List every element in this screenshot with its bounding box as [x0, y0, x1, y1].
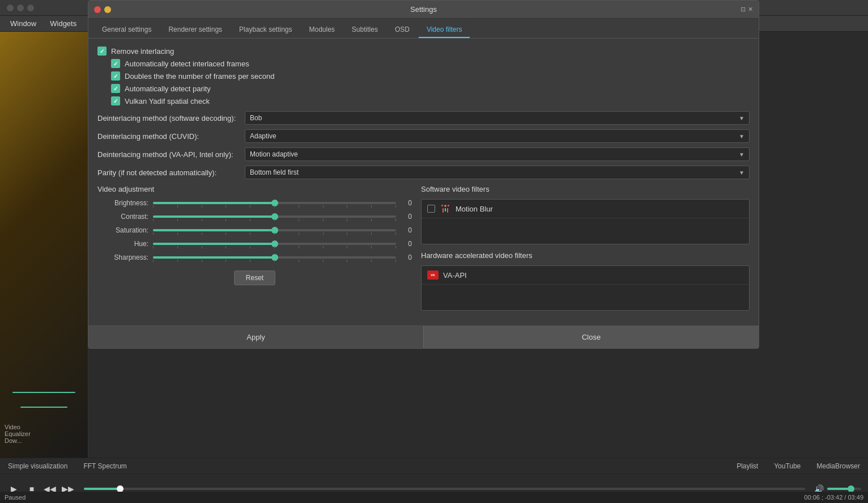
- tab-renderer[interactable]: Renderer settings: [160, 22, 230, 38]
- dialog-close-x-icon[interactable]: ✕: [748, 6, 753, 13]
- motion-blur-checkbox[interactable]: [427, 205, 435, 213]
- saturation-row: Saturation: 0: [97, 226, 412, 234]
- vaapi-label: VA-API: [443, 271, 467, 280]
- progress-thumb: [117, 485, 124, 492]
- hue-label: Hue:: [97, 240, 148, 248]
- remove-interlacing-row: ✓ Remove interlacing: [97, 47, 750, 56]
- motion-blur-item: Motion Blur: [422, 200, 749, 218]
- tab-fft-spectrum[interactable]: FFT Spectrum: [75, 460, 134, 472]
- parity-value: Bottom field first: [250, 168, 299, 176]
- deinterlacing-vaapi-label: Deinterlacing method (VA-API, Intel only…: [97, 150, 245, 159]
- auto-detect-interlaced-row: ✓ Automatically detect interlaced frames: [111, 59, 750, 68]
- saturation-value: 0: [401, 226, 412, 234]
- tab-mediabrowser[interactable]: MediaBrowser: [809, 460, 868, 472]
- brightness-value: 0: [401, 199, 412, 207]
- maximize-window-icon[interactable]: [27, 5, 34, 11]
- vaapi-icon: VA: [427, 270, 439, 280]
- chevron-down-icon: ▼: [739, 133, 744, 140]
- chevron-down-icon: ▼: [739, 151, 744, 158]
- auto-detect-parity-checkbox[interactable]: ✓: [111, 84, 120, 93]
- progress-fill: [84, 488, 120, 490]
- dialog-resize-icon[interactable]: ⊡: [741, 6, 746, 13]
- dialog-minimize-icon[interactable]: [104, 6, 111, 13]
- hue-slider[interactable]: [153, 243, 396, 245]
- software-filters-box: Motion Blur: [421, 199, 750, 244]
- deinterlacing-cuvid-select[interactable]: Adaptive ▼: [245, 129, 750, 143]
- parity-row: Parity (if not detected automatically): …: [97, 166, 750, 179]
- tab-simple-visualization[interactable]: Simple visualization: [0, 460, 75, 472]
- filters-column: Software video filters: [421, 185, 750, 318]
- remove-interlacing-label: Remove interlacing: [111, 47, 174, 56]
- deinterlacing-cuvid-label: Deinterlacing method (CUVID):: [97, 132, 245, 141]
- dialog-close-icon[interactable]: [94, 6, 101, 13]
- deinterlacing-software-select[interactable]: Bob ▼: [245, 111, 750, 125]
- dialog-title-bar: Settings ⊡ ✕: [88, 1, 759, 19]
- auto-detect-interlaced-checkbox[interactable]: ✓: [111, 59, 120, 68]
- time-remaining: -03:42: [825, 494, 843, 501]
- settings-tabs: General settings Renderer settings Playb…: [88, 19, 759, 39]
- video-adjustment-column: Video adjustment Brightness:: [97, 185, 412, 318]
- doubles-frames-checkbox[interactable]: ✓: [111, 71, 120, 81]
- contrast-slider[interactable]: [153, 215, 396, 218]
- progress-bar[interactable]: [84, 488, 805, 490]
- video-adjustment-heading: Video adjustment: [97, 185, 412, 193]
- remove-interlacing-checkbox[interactable]: ✓: [97, 47, 107, 56]
- deinterlacing-software-label: Deinterlacing method (software decoding)…: [97, 114, 245, 122]
- contrast-label: Contrast:: [97, 213, 148, 221]
- bottom-tabs: Simple visualization FFT Spectrum Playli…: [0, 458, 868, 474]
- menu-window[interactable]: Window: [5, 17, 42, 30]
- deinterlacing-software-value: Bob: [250, 114, 262, 122]
- saturation-slider[interactable]: [153, 229, 396, 231]
- minimize-window-icon[interactable]: [17, 5, 24, 11]
- apply-button[interactable]: Apply: [88, 326, 424, 348]
- hardware-filters-box: VA VA-API: [421, 265, 750, 311]
- auto-detect-parity-row: ✓ Automatically detect parity: [111, 84, 750, 93]
- doubles-frames-row: ✓ Doubles the the number of frames per s…: [111, 71, 750, 81]
- tab-subtitles[interactable]: Subtitles: [344, 22, 386, 38]
- chevron-down-icon: ▼: [739, 170, 744, 176]
- volume-thumb: [848, 485, 854, 492]
- two-column-section: Video adjustment Brightness:: [97, 185, 750, 318]
- tab-youtube[interactable]: YouTube: [766, 460, 809, 472]
- brightness-row: Brightness: 0: [97, 199, 412, 207]
- reset-button[interactable]: Reset: [234, 270, 275, 285]
- status-bar: Paused 00:06 ; -03:42 / 03:49: [0, 492, 868, 503]
- deinterlacing-vaapi-select[interactable]: Motion adaptive ▼: [245, 147, 750, 161]
- traffic-lights: [7, 5, 34, 11]
- tab-videofilters[interactable]: Video filters: [419, 22, 470, 38]
- sharpness-slider[interactable]: [153, 256, 396, 259]
- status-text: Paused: [5, 494, 25, 501]
- sharpness-row: Sharpness: 0: [97, 253, 412, 261]
- saturation-label: Saturation:: [97, 226, 148, 234]
- sharpness-label: Sharpness:: [97, 253, 148, 261]
- vulkan-yadif-checkbox[interactable]: ✓: [111, 96, 120, 105]
- tab-playlist[interactable]: Playlist: [729, 460, 766, 472]
- dialog-traffic-lights: [94, 6, 111, 13]
- brightness-slider[interactable]: [153, 202, 396, 204]
- parity-select[interactable]: Bottom field first ▼: [245, 166, 750, 179]
- brightness-label: Brightness:: [97, 199, 148, 207]
- volume-bar[interactable]: [827, 488, 861, 490]
- tab-playback[interactable]: Playback settings: [231, 22, 300, 38]
- deinterlacing-vaapi-value: Motion adaptive: [250, 150, 298, 158]
- vulkan-yadif-label: Vulkan Yadif spatial check: [125, 97, 210, 105]
- doubles-frames-label: Doubles the the number of frames per sec…: [125, 72, 274, 81]
- motion-blur-label: Motion Blur: [456, 205, 493, 213]
- menu-widgets[interactable]: Widgets: [44, 17, 82, 30]
- hue-row: Hue: 0: [97, 240, 412, 248]
- software-filters-heading: Software video filters: [421, 185, 750, 193]
- hardware-filters-heading: Hardware accelerated video filters: [421, 251, 750, 260]
- close-button[interactable]: Close: [424, 326, 759, 348]
- contrast-row: Contrast: 0: [97, 213, 412, 221]
- tab-modules[interactable]: Modules: [301, 22, 343, 38]
- dialog-buttons: Apply Close: [88, 326, 759, 348]
- dialog-content: ✓ Remove interlacing ✓ Automatically det…: [88, 39, 759, 326]
- tab-general[interactable]: General settings: [94, 22, 159, 38]
- dialog-title: Settings: [410, 5, 437, 14]
- video-panel: Video Equalizer Dow...: [0, 32, 88, 458]
- close-window-icon[interactable]: [7, 5, 14, 11]
- settings-dialog: Settings ⊡ ✕ General settings Renderer s…: [88, 0, 759, 349]
- time-display: 00:06 ; -03:42 / 03:49: [804, 494, 863, 501]
- tab-osd[interactable]: OSD: [387, 22, 418, 38]
- chevron-down-icon: ▼: [739, 115, 744, 121]
